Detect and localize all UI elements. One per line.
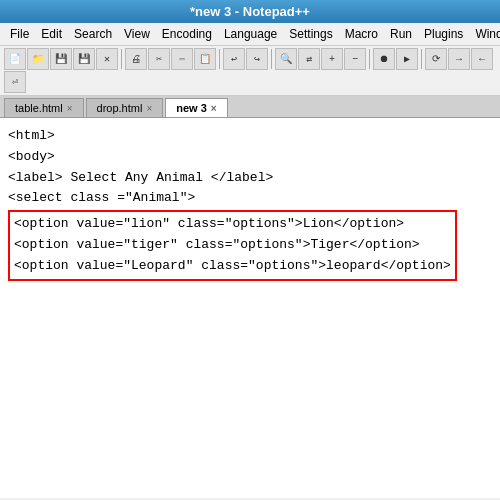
menu-encoding[interactable]: Encoding	[156, 25, 218, 43]
menu-search[interactable]: Search	[68, 25, 118, 43]
code-line-1: <html>	[8, 126, 492, 147]
code-line-2: <body>	[8, 147, 492, 168]
save-button[interactable]: 💾	[50, 48, 72, 70]
toolbar-separator-3	[271, 49, 272, 69]
title-text: *new 3 - Notepad++	[190, 4, 310, 19]
save-all-button[interactable]: 💾	[73, 48, 95, 70]
tab-new3[interactable]: new 3 ×	[165, 98, 227, 117]
toolbar-separator-1	[121, 49, 122, 69]
tab-drop-html[interactable]: drop.html ×	[86, 98, 164, 117]
menu-window[interactable]: Window	[469, 25, 500, 43]
menu-run[interactable]: Run	[384, 25, 418, 43]
replace-button[interactable]: ⇄	[298, 48, 320, 70]
tab-label: new 3	[176, 102, 207, 114]
new-button[interactable]: 📄	[4, 48, 26, 70]
macro-play-button[interactable]: ▶	[396, 48, 418, 70]
find-button[interactable]: 🔍	[275, 48, 297, 70]
editor-area[interactable]: <html> <body> <label> Select Any Animal …	[0, 118, 500, 498]
undo-button[interactable]: ↩	[223, 48, 245, 70]
menu-file[interactable]: File	[4, 25, 35, 43]
tab-label: drop.html	[97, 102, 143, 114]
tab-close-icon[interactable]: ×	[146, 103, 152, 114]
tab-label: table.html	[15, 102, 63, 114]
tab-table-html[interactable]: table.html ×	[4, 98, 84, 117]
cut-button[interactable]: ✂	[148, 48, 170, 70]
menu-macro[interactable]: Macro	[339, 25, 384, 43]
code-line-3: <label> Select Any Animal </label>	[8, 168, 492, 189]
title-bar: *new 3 - Notepad++	[0, 0, 500, 23]
indent-button[interactable]: →	[448, 48, 470, 70]
menu-plugins[interactable]: Plugins	[418, 25, 469, 43]
tab-close-icon[interactable]: ×	[211, 103, 217, 114]
menu-edit[interactable]: Edit	[35, 25, 68, 43]
wordwrap-button[interactable]: ⏎	[4, 71, 26, 93]
toolbar-separator-5	[421, 49, 422, 69]
zoom-out-button[interactable]: −	[344, 48, 366, 70]
code-line-7: <option value="Leopard" class="options">…	[14, 256, 451, 277]
tab-close-icon[interactable]: ×	[67, 103, 73, 114]
code-line-4: <select class ="Animal">	[8, 188, 492, 209]
menu-language[interactable]: Language	[218, 25, 283, 43]
print-button[interactable]: 🖨	[125, 48, 147, 70]
zoom-in-button[interactable]: +	[321, 48, 343, 70]
toolbar-separator-2	[219, 49, 220, 69]
code-line-6: <option value="tiger" class="options">Ti…	[14, 235, 451, 256]
menu-settings[interactable]: Settings	[283, 25, 338, 43]
redo-button[interactable]: ↪	[246, 48, 268, 70]
open-button[interactable]: 📁	[27, 48, 49, 70]
toolbar: 📄 📁 💾 💾 ✕ 🖨 ✂ ⎓ 📋 ↩ ↪ 🔍 ⇄ + − ⏺ ▶ ⟳ → ← …	[0, 46, 500, 96]
menu-bar: File Edit Search View Encoding Language …	[0, 23, 500, 46]
code-line-5: <option value="lion" class="options">Lio…	[14, 214, 451, 235]
close-button[interactable]: ✕	[96, 48, 118, 70]
outdent-button[interactable]: ←	[471, 48, 493, 70]
copy-button[interactable]: ⎓	[171, 48, 193, 70]
macro-record-button[interactable]: ⏺	[373, 48, 395, 70]
tabs-bar: table.html × drop.html × new 3 ×	[0, 96, 500, 118]
highlighted-block: <option value="lion" class="options">Lio…	[8, 210, 457, 280]
menu-view[interactable]: View	[118, 25, 156, 43]
sync-button[interactable]: ⟳	[425, 48, 447, 70]
toolbar-separator-4	[369, 49, 370, 69]
paste-button[interactable]: 📋	[194, 48, 216, 70]
